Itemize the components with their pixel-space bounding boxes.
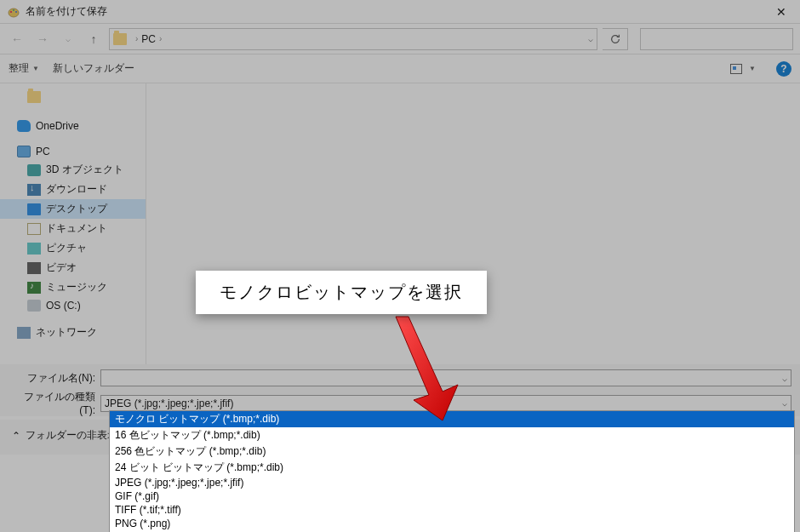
download-icon xyxy=(27,184,41,196)
forward-button[interactable]: → xyxy=(32,29,53,49)
sidebar-label: 3D オブジェクト xyxy=(46,163,123,177)
sidebar-label: PC xyxy=(36,146,50,157)
refresh-button[interactable] xyxy=(603,28,628,50)
filetype-value: JPEG (*.jpg;*.jpeg;*.jpe;*.jfif) xyxy=(105,398,233,409)
desktop-icon xyxy=(27,203,41,215)
sidebar-label: ダウンロード xyxy=(46,182,107,197)
sidebar-item-network[interactable]: ネットワーク xyxy=(0,323,146,342)
svg-point-2 xyxy=(13,9,14,11)
filetype-label: ファイルの種類(T): xyxy=(9,390,100,416)
organize-label: 整理 xyxy=(9,61,29,76)
toolbar: 整理 ▼ 新しいフォルダー ▼ ? xyxy=(0,54,800,83)
new-folder-button[interactable]: 新しいフォルダー xyxy=(53,61,134,76)
network-icon xyxy=(17,327,31,339)
pc-icon xyxy=(17,146,31,157)
window-title: 名前を付けて保存 xyxy=(26,4,769,19)
disk-icon xyxy=(27,300,41,312)
hide-folders-label: フォルダーの非表示 xyxy=(26,428,117,443)
red-arrow-icon xyxy=(349,313,477,424)
sidebar-item-pictures[interactable]: ピクチャ xyxy=(0,238,146,258)
sidebar-item-disk-c[interactable]: OS (C:) xyxy=(0,297,146,314)
address-segment[interactable]: PC xyxy=(141,33,156,45)
svg-marker-4 xyxy=(396,317,458,420)
chevron-right-icon: › xyxy=(135,34,138,43)
view-thumbnail-icon xyxy=(730,64,742,74)
organize-menu[interactable]: 整理 ▼ xyxy=(9,61,39,76)
address-box[interactable]: › PC › ⌵ xyxy=(109,28,597,50)
callout-text: モノクロビットマップを選択 xyxy=(220,283,463,301)
sidebar-label: OS (C:) xyxy=(46,300,81,312)
sidebar-item-music[interactable]: ミュージック xyxy=(0,277,146,297)
filetype-option[interactable]: PNG (*.png) xyxy=(110,517,794,530)
address-bar: ← → ⌵ ↑ › PC › ⌵ xyxy=(0,24,800,54)
recent-dropdown[interactable]: ⌵ xyxy=(58,29,78,49)
paint-app-icon xyxy=(7,5,20,19)
sidebar-label: ピクチャ xyxy=(46,241,87,255)
chevron-down-icon[interactable]: ⌵ xyxy=(782,398,787,408)
video-icon xyxy=(27,262,41,274)
view-menu[interactable]: ▼ xyxy=(730,64,756,74)
filetype-option[interactable]: 16 色ビットマップ (*.bmp;*.dib) xyxy=(110,427,794,443)
chevron-down-icon[interactable]: ⌵ xyxy=(782,374,787,383)
folder-icon xyxy=(113,33,127,45)
filename-label: ファイル名(N): xyxy=(9,371,100,386)
folder-icon xyxy=(27,91,41,103)
chevron-down-icon: ▼ xyxy=(749,65,756,72)
sidebar-label: デスクトップ xyxy=(46,202,107,216)
svg-point-3 xyxy=(15,11,17,13)
titlebar: 名前を付けて保存 ✕ xyxy=(0,0,800,24)
back-button[interactable]: ← xyxy=(7,29,27,49)
sidebar-item-documents[interactable]: ドキュメント xyxy=(0,219,146,238)
objects3d-icon xyxy=(27,164,41,176)
close-button[interactable]: ✕ xyxy=(769,2,793,22)
sidebar-item-onedrive[interactable]: OneDrive xyxy=(0,117,146,134)
sidebar-item-downloads[interactable]: ダウンロード xyxy=(0,180,146,199)
help-button[interactable]: ? xyxy=(776,61,791,77)
filetype-option[interactable]: 256 色ビットマップ (*.bmp;*.dib) xyxy=(110,443,794,460)
filetype-option[interactable]: GIF (*.gif) xyxy=(110,489,794,503)
filetype-option[interactable]: TIFF (*.tif;*.tiff) xyxy=(110,503,794,517)
hide-folders-button[interactable]: ⌃ フォルダーの非表示 xyxy=(12,428,117,443)
address-dropdown-icon[interactable]: ⌵ xyxy=(588,34,593,43)
new-folder-label: 新しいフォルダー xyxy=(53,61,134,76)
pictures-icon xyxy=(27,243,41,255)
sidebar-label: ビデオ xyxy=(46,260,77,275)
filetype-option[interactable]: JPEG (*.jpg;*.jpeg;*.jpe;*.jfif) xyxy=(110,476,794,489)
onedrive-icon xyxy=(17,120,31,132)
sidebar-label: ネットワーク xyxy=(36,325,97,340)
instruction-callout: モノクロビットマップを選択 xyxy=(196,271,487,314)
sidebar-item-videos[interactable]: ビデオ xyxy=(0,258,146,277)
sidebar: OneDrive PC 3D オブジェクト ダウンロード デスクトップ ドキュメ… xyxy=(0,83,146,364)
chevron-down-icon: ▼ xyxy=(32,65,39,72)
filetype-option[interactable]: 24 ビット ビットマップ (*.bmp;*.dib) xyxy=(110,460,794,476)
sidebar-item-pc[interactable]: PC xyxy=(0,143,146,160)
document-icon xyxy=(27,223,41,235)
music-icon xyxy=(27,282,41,294)
search-input[interactable] xyxy=(640,28,793,50)
chevron-right-icon: › xyxy=(159,34,162,43)
filetype-dropdown[interactable]: モノクロ ビットマップ (*.bmp;*.dib)16 色ビットマップ (*.b… xyxy=(109,410,795,532)
sidebar-label: ミュージック xyxy=(46,280,107,295)
sidebar-blank xyxy=(0,89,146,106)
sidebar-label: ドキュメント xyxy=(46,221,107,236)
chevron-up-icon: ⌃ xyxy=(12,430,20,442)
sidebar-item-3d-objects[interactable]: 3D オブジェクト xyxy=(0,160,146,180)
sidebar-label: OneDrive xyxy=(36,120,79,132)
up-button[interactable]: ↑ xyxy=(83,29,104,49)
svg-point-1 xyxy=(10,11,12,13)
sidebar-item-desktop[interactable]: デスクトップ xyxy=(0,199,146,219)
